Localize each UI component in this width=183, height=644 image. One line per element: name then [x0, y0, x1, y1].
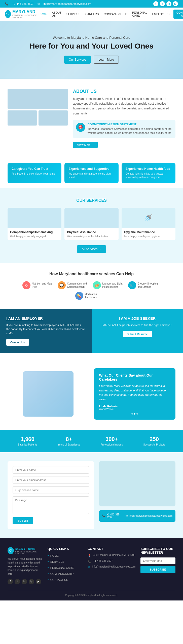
home-dot: •: [48, 554, 49, 558]
footer-phone-icon: 📞: [88, 560, 91, 563]
service-body-2: Hygiene Maintenance Let's help you with …: [122, 228, 175, 240]
submit-resume-button[interactable]: Submit Resume: [123, 331, 152, 337]
stat-num-1: 8+: [58, 436, 80, 442]
footer-col-newsletter: SUBSCRIBE TO OUR NEWSLETTER SUBSCRIBE: [140, 547, 175, 584]
feature-title-2: Experienced Home Health Aids: [126, 167, 171, 171]
footer-contact-title: CONTACT: [88, 547, 135, 551]
youtube-icon[interactable]: ▶: [173, 1, 178, 6]
footer-logo: 🛡 MARYLAND PRIVATE IN - HOMECARE SERVICE…: [8, 547, 43, 554]
footer-links-title: QUICK LINKS: [48, 547, 83, 551]
footer: 🛡 MARYLAND PRIVATE IN - HOMECARE SERVICE…: [0, 538, 183, 600]
contact-email-text: info@marylandhealthcareservices.com: [129, 514, 172, 517]
logo: 🛡 MARYLAND PRIVATE IN - HOMECARE SERVICE…: [5, 10, 38, 19]
hero-learn-button[interactable]: Learn More: [94, 56, 119, 64]
footer-link-home[interactable]: •HOME: [48, 554, 83, 558]
footer-link-personal[interactable]: •PERSONAL CARE: [48, 566, 83, 570]
logo-icon: 🛡: [5, 10, 11, 18]
contact-phone-text: +1-443-325-3597: [107, 513, 121, 519]
service-image-0: [8, 208, 61, 228]
dot-1[interactable]: [131, 413, 133, 415]
footer-phone: 📞 +1-443-325-3597: [88, 559, 135, 563]
name-input[interactable]: [13, 466, 89, 474]
dot-3[interactable]: [136, 413, 138, 415]
top-bar-socials: f t in ▶: [153, 1, 178, 6]
footer-youtube-icon[interactable]: ▶: [36, 579, 41, 584]
footer-desc: We are 24-hour licensed home health care…: [8, 557, 43, 576]
email-input[interactable]: [13, 476, 89, 484]
contact-us-button[interactable]: Contact Us: [6, 339, 29, 346]
all-services-button[interactable]: All Services →: [77, 245, 106, 253]
footer-twitter-icon[interactable]: t: [15, 579, 20, 584]
testimonial-dots: [99, 413, 171, 415]
hero-buttons: Our Services Learn More: [64, 56, 119, 64]
contact-section: SUBMIT 📞 +1-443-325-3597 ✉ info@maryland…: [0, 452, 183, 538]
footer-logo-sub: PRIVATE IN - HOMECARE SERVICES: [15, 551, 43, 554]
nav-home[interactable]: HOME: [38, 12, 48, 16]
instagram-icon[interactable]: in: [166, 1, 171, 6]
help-icon-2: 🧺: [93, 281, 101, 289]
stat-label-0: Satisfied Patients: [18, 443, 37, 446]
footer-newsletter-title: SUBSCRIBE TO OUR NEWSLETTER: [140, 547, 175, 554]
footer-link-services[interactable]: •SERVICES: [48, 560, 83, 564]
stat-label-2: Professional nurses: [101, 443, 123, 446]
feature-title-0: Caregivers You Can Trust: [12, 167, 57, 171]
newsletter-input[interactable]: [140, 557, 175, 564]
footer-instagram-icon[interactable]: ig: [29, 579, 34, 584]
footer-address-text: 4001 century rd, Baltimore MD 21206: [93, 554, 135, 556]
features-section: Caregivers You Can Trust Feel better in …: [0, 158, 183, 188]
logo-brand: MARYLAND: [12, 10, 38, 14]
footer-facebook-icon[interactable]: f: [8, 579, 13, 584]
stats-section: 1,960 Satisfied Patients 8+ Years of Exp…: [0, 430, 183, 452]
companionship-dot: •: [48, 572, 49, 576]
footer-logo-text-block: MARYLAND PRIVATE IN - HOMECARE SERVICES: [15, 547, 43, 554]
feature-text-0: Feel better in the comfort of your home: [12, 172, 57, 176]
testimonial-text: I don't think that I will ever be able t…: [99, 384, 171, 401]
service-name-0: Companionship/Homemaking: [10, 230, 59, 234]
org-input[interactable]: [13, 486, 89, 494]
help-section: How Maryland healthcare services Can Hel…: [0, 263, 183, 309]
footer-link-contact[interactable]: •CONTACT US: [48, 578, 83, 582]
help-icon-0: 🍽: [22, 281, 30, 289]
help-label-0: Nutrition and Meal Prep: [32, 282, 55, 289]
contact-map: [99, 461, 176, 506]
help-item-3: 🛒 Grocery Shopping and Errands: [128, 281, 161, 289]
seeker-box: I AM A JOB SEEKER MARYLAND helps job see…: [92, 309, 183, 353]
help-items: 🍽 Nutrition and Meal Prep 💬 Conversation…: [8, 281, 175, 300]
feature-title-1: Experienced and Supportive: [68, 167, 114, 171]
stat-1: 8+ Years of Experience: [58, 436, 80, 446]
help-icon-4: 💊: [75, 292, 83, 300]
footer-grid: 🛡 MARYLAND PRIVATE IN - HOMECARE SERVICE…: [8, 547, 175, 584]
submit-button[interactable]: SUBMIT: [13, 517, 33, 524]
testimonial-title: What Our Clients Say about Our Caretaker…: [99, 373, 171, 381]
message-input[interactable]: [13, 496, 89, 514]
nav-about[interactable]: ABOUT US: [51, 11, 62, 18]
footer-link-companionship[interactable]: •COMPANIONSHIP: [48, 572, 83, 576]
stat-3: 250 Successful Projects: [143, 436, 165, 446]
help-item-2: 🧺 Laundry and Light Housekeeping: [93, 281, 126, 289]
footer-logo-brand: MARYLAND: [15, 547, 43, 551]
personal-dot: •: [48, 566, 49, 570]
service-desc-2: Let's help you with your hygiene!: [124, 235, 173, 238]
facebook-icon[interactable]: f: [153, 1, 158, 6]
know-more-button[interactable]: Know More →: [73, 142, 98, 148]
dot-2[interactable]: [134, 413, 135, 415]
nav-employers[interactable]: EMPLOYERS: [151, 12, 170, 16]
subscribe-button[interactable]: SUBSCRIBE: [140, 566, 175, 573]
nav-companionship[interactable]: COMPANIONSHIP: [103, 12, 128, 16]
footer-linkedin-icon[interactable]: in: [22, 579, 27, 584]
top-phone: +1-443-325-3597: [12, 2, 34, 5]
nav-careers[interactable]: CAREERS: [84, 12, 100, 16]
services-cta: All Services →: [8, 245, 175, 253]
hero-services-button[interactable]: Our Services: [64, 56, 91, 64]
twitter-icon[interactable]: t: [160, 1, 165, 6]
service-card-1: Physical Assistance We can assist you wi…: [64, 208, 118, 240]
service-body-1: Physical Assistance We can assist you wi…: [64, 228, 118, 240]
contact-nav-button[interactable]: CONTACT US: [173, 10, 183, 19]
help-label-3: Grocery Shopping and Errands: [138, 282, 161, 289]
help-item-4: 💊 Medication Reminders: [75, 292, 108, 300]
nav-services[interactable]: SERVICES: [65, 12, 81, 16]
help-icon-1: 💬: [58, 281, 66, 289]
testimonial-image: [23, 371, 74, 417]
help-icon-3: 🛒: [128, 281, 136, 289]
nav-personal-care[interactable]: PERSONAL CARE: [131, 11, 148, 18]
